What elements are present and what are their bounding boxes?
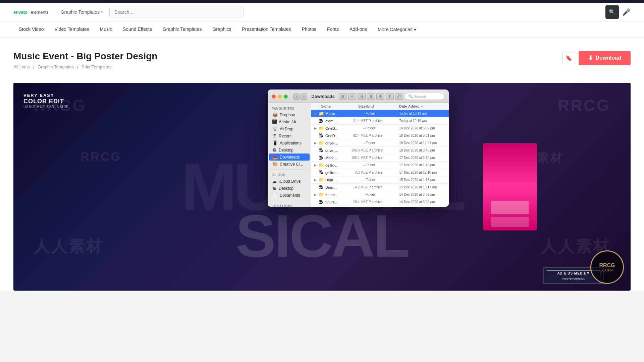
sidebar-item-icloud-drive[interactable]: ☁ iCloud Drive [269,178,310,185]
table-row[interactable]: 🗜 OneDrive_2020-12-18.zip 82.4 MB ZIP ar… [311,132,449,139]
file-name: drive-downlo...4733Z-001.zip [325,148,339,153]
breadcrumb-trail: All items / Graphic Templates / Print Te… [13,64,562,69]
file-icon: 🗜 [319,155,324,160]
file-size: 21.4 MB [339,119,366,123]
breadcrumb-graphic-templates[interactable]: Graphic Templates [38,64,74,69]
logo[interactable]: envato elements [13,8,54,16]
view-list-btn[interactable]: ≡ [348,93,356,100]
nav-graphics[interactable]: Graphics [207,22,236,37]
share-btn[interactable]: ⬆ [386,93,394,100]
minimize-button[interactable] [278,95,282,99]
table-row[interactable]: 🗜 drive-downlo...4733Z-001.zip 196.6 MB … [311,147,449,154]
color-edit-text: COLOR EDIT [23,98,69,105]
nav-presentation-templates[interactable]: Presentation Templates [236,22,296,37]
header-breadcrumb[interactable]: Graphic Templates ▾ [61,9,103,15]
table-row[interactable]: 🗜 geilix-cufonfonts.zip 902 KB ZIP archi… [311,169,449,176]
table-row[interactable]: 🗜 Dom119.zip 14.2 MB ZIP archive 15 Dec … [311,184,449,191]
svg-text:envato: envato [13,10,28,15]
sidebar-item-recent[interactable]: ⏱ Recent [269,132,310,139]
pink-poster-bar-1 [491,201,529,214]
nav-graphic-templates[interactable]: Graphic Templates [157,22,207,37]
file-name: future-SVAF39R [325,193,339,197]
file-icon: 📁 [319,192,324,197]
main-image-area: RRCG RRCG 人人素材 人人素材 RRCG 人人素材 MUSICAL SI… [13,83,631,291]
file-name: Marketing Assets.zip [325,156,339,160]
nav-add-ons[interactable]: Add-ons [344,22,372,37]
file-icon: 📁 [319,177,324,182]
sidebar-item-icloud-desktop[interactable]: 🖥 Desktop [269,185,310,192]
file-kind: Folder [366,141,399,145]
col-name: Name [314,104,339,108]
close-button[interactable] [272,95,276,99]
search-button[interactable]: 🔍 [605,5,619,19]
sidebar-item-adobe[interactable]: 🅰 Adobe Aft... [269,118,310,125]
nav-sound-effects[interactable]: Sound Effects [117,22,157,37]
table-row[interactable]: ▶ 📁 geilix-cufonfonts -- Folder 17 Dec 2… [311,162,449,169]
file-date: 18 Dec 2020 at 5:01 pm [399,134,446,137]
finder-search[interactable]: 🔍 Search [405,93,445,100]
file-size: -- [339,141,366,145]
sidebar-item-downloads[interactable]: 📥 Downloads [269,154,310,161]
table-row[interactable]: 🗜 future-SVAF39R.zip 29.4 MB ZIP archive… [311,198,449,206]
finder-title: Downloads [310,94,336,99]
file-size: 106.1 MB [339,156,366,160]
sidebar-item-dropbox[interactable]: 📦 Dropbox [269,111,310,118]
sidebar-item-documents[interactable]: 📄 Documents [269,192,310,199]
sidebar-recent-label: Recent [279,134,291,138]
nav-video-templates[interactable]: Video Templates [49,22,94,37]
downloads-icon: 📥 [272,155,278,160]
table-row[interactable]: ▶ 📁 Dom119 2 -- Folder 15 Dec 2020 at 1:… [311,176,449,184]
file-size: 902 KB [339,171,366,174]
file-date: 18 Dec 2020 at 3:48 pm [399,148,446,152]
table-row[interactable]: ▶ 📁 Funny -- Folder 14 Dec 2020 at 2:48 … [311,206,449,207]
file-size: -- [339,112,366,115]
back-button[interactable]: ‹ [293,94,300,100]
table-row[interactable]: ▶ 📁 Music_Event_...oster_Ver_115 3 -- Fo… [311,110,449,117]
search-input[interactable] [109,7,244,17]
bookmark-button[interactable]: 🔖 [562,52,575,64]
file-icon: 🗜 [319,118,324,123]
file-icon: 📁 [319,163,324,168]
table-row[interactable]: ▶ 📁 OneDrive_2020-12-18 -- Folder 18 Dec… [311,125,449,132]
files-header: Name Size Kind Date Added ▼ [311,103,449,110]
sidebar-item-airdrop[interactable]: 📡 AirDrop [269,125,310,132]
nav-more-categories[interactable]: More Categories ▾ [372,22,422,37]
nav-fonts[interactable]: Fonts [322,22,344,37]
sidebar-item-desktop[interactable]: 🖥 Desktop [269,146,310,154]
table-row[interactable]: ▶ 📁 future-SVAF39R -- Folder 14 Dec 2020… [311,191,449,198]
table-row[interactable]: ▶ 📁 drive-downlo...T044733Z-001 -- Folde… [311,139,449,147]
finder-sidebar: Favourites 📦 Dropbox 🅰 Adobe Aft... 📡 Ai… [268,103,311,207]
file-icon: 📁 [319,126,324,131]
download-button[interactable]: ⬇ Download [579,51,631,65]
action-btn[interactable]: ⚙ [376,93,384,100]
breadcrumb-all-items[interactable]: All items [13,64,30,69]
table-row[interactable]: 🗜 Marketing Assets.zip 106.1 MB ZIP arch… [311,154,449,162]
sidebar-applications-label: Applications [280,141,302,145]
nav-stock-video[interactable]: Stock Video [13,22,49,37]
sidebar-item-creative-cloud[interactable]: 🎨 Creative Cl... [269,161,310,168]
file-rows-container: ▶ 📁 Music_Event_...oster_Ver_115 3 -- Fo… [311,110,449,207]
bc-sep-2: / [77,64,79,69]
file-icon: 🗜 [319,185,324,190]
file-size: 82.4 MB [339,134,366,137]
sidebar-item-applications[interactable]: 📱 Applications [269,139,310,146]
nav-photos[interactable]: Photos [297,22,322,37]
tag-btn[interactable]: 🏷 [395,93,403,100]
table-row[interactable]: 🗜 elements-mu...0-11-20 (3).zip 21.4 MB … [311,117,449,125]
view-icon-btn[interactable]: ⊞ [339,93,347,100]
file-kind: ZIP archive [366,185,399,189]
icloud-drive-icon: ☁ [272,179,277,184]
nav-music[interactable]: Music [94,22,117,37]
mic-button[interactable]: 🎤 [622,8,631,16]
file-icon: 📁 [319,111,324,116]
view-gallery-btn[interactable]: ⊟ [367,93,375,100]
col-date: Date Added ▼ [399,104,446,108]
file-size: -- [339,178,366,182]
breadcrumb-print-templates[interactable]: Print Templates [82,64,111,69]
forward-button[interactable]: › [301,94,307,100]
favourites-label: Favourites [268,106,311,111]
view-col-btn[interactable]: ⧉ [358,93,366,100]
file-name: geilix-cufonfonts [325,163,339,167]
breadcrumb-separator: › [56,9,58,15]
maximize-button[interactable] [284,95,288,99]
